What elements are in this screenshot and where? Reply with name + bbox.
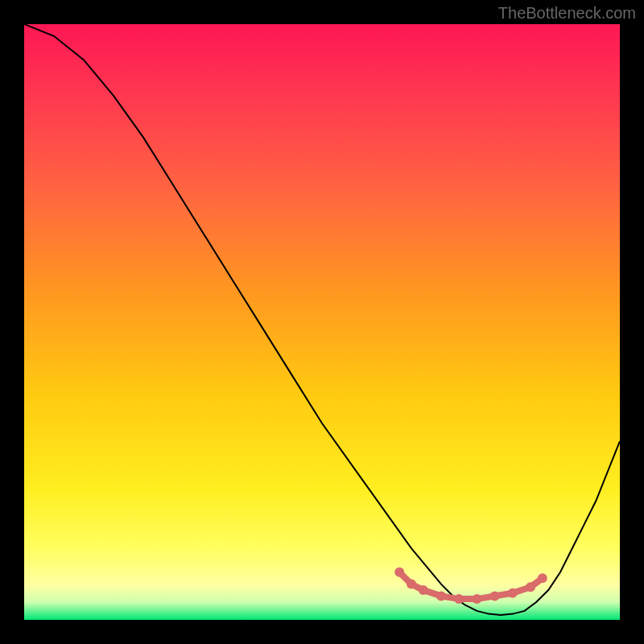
marker-point: [538, 573, 547, 583]
marker-point: [394, 568, 404, 577]
marker-point: [436, 591, 446, 601]
marker-point: [454, 594, 464, 604]
marker-point: [490, 591, 500, 601]
chart-container: [24, 24, 620, 620]
bottleneck-curve: [24, 24, 620, 620]
marker-point: [508, 588, 518, 598]
marker-point: [407, 580, 416, 589]
marker-point: [472, 594, 481, 604]
marker-point: [526, 582, 535, 592]
marker-point: [419, 585, 428, 595]
watermark-text: TheBottleneck.com: [498, 4, 636, 23]
